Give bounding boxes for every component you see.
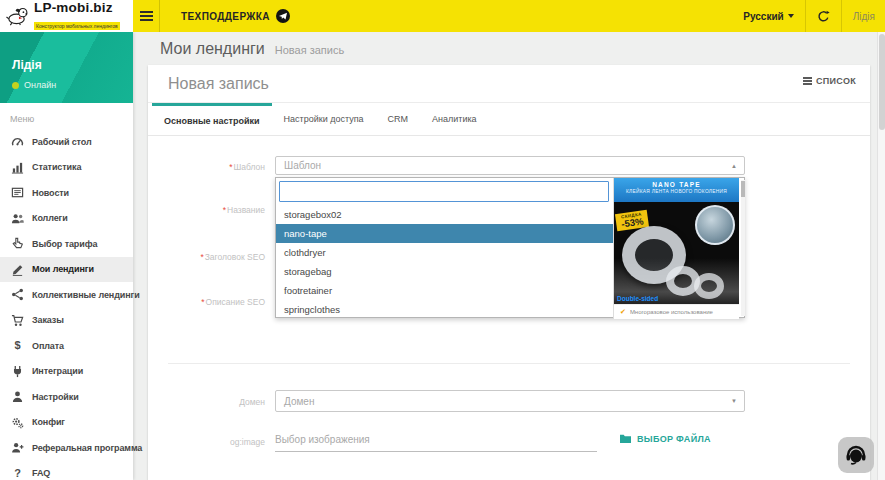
logo-title: LP-mobi.biz bbox=[34, 1, 120, 14]
tab-bar: Основные настройки Настройки доступа CRM… bbox=[148, 103, 870, 136]
bar-chart-icon bbox=[11, 161, 24, 174]
list-icon bbox=[803, 77, 812, 85]
option-footretainer[interactable]: footretainer bbox=[276, 281, 613, 300]
template-select[interactable]: Шаблон ▲ bbox=[275, 156, 745, 175]
folder-icon bbox=[619, 433, 632, 444]
option-clothdryer[interactable]: clothdryer bbox=[276, 243, 613, 262]
support-chat-button[interactable] bbox=[838, 437, 874, 473]
card-title: Новая запись bbox=[168, 75, 269, 93]
breadcrumb: Мои лендинги Новая запись bbox=[160, 40, 344, 58]
template-preview-image: NANO TAPE КЛЕЙКАЯ ЛЕНТА НОВОГО ПОКОЛЕНИЯ… bbox=[613, 178, 739, 319]
domain-select[interactable]: Домен ▼ bbox=[275, 390, 745, 412]
hamburger-menu-button[interactable] bbox=[133, 0, 159, 32]
sidebar-item-news[interactable]: Новости bbox=[0, 180, 133, 206]
user-icon bbox=[11, 390, 24, 403]
tab-access-settings[interactable]: Настройки доступа bbox=[272, 103, 376, 135]
language-selector[interactable]: Русский bbox=[743, 11, 793, 22]
scrollbar-thumb[interactable] bbox=[879, 34, 885, 130]
preview-inset-photo bbox=[695, 205, 735, 245]
tab-crm[interactable]: CRM bbox=[376, 103, 421, 135]
question-icon: ? bbox=[11, 467, 24, 480]
sidebar-item-my-landings[interactable]: Мои лендинги bbox=[0, 257, 133, 283]
seo-title-field-label: *Заголовок SEO bbox=[168, 252, 265, 262]
users-icon bbox=[11, 212, 24, 225]
share-icon bbox=[11, 288, 24, 301]
breadcrumb-title: Мои лендинги bbox=[160, 40, 265, 58]
telegram-icon bbox=[276, 9, 290, 23]
topbar: LP-mobi.biz Конструктор мобильных лендин… bbox=[0, 0, 885, 32]
page-scrollbar[interactable] bbox=[877, 32, 885, 480]
sidebar-item-config[interactable]: Конфиг bbox=[0, 410, 133, 436]
template-dropdown: storagebox02 nano-tape clothdryer storag… bbox=[275, 177, 745, 318]
option-storagebag[interactable]: storagebag bbox=[276, 262, 613, 281]
sidebar-username: Лідія bbox=[12, 58, 133, 72]
sidebar-item-integrations[interactable]: Интеграции bbox=[0, 359, 133, 385]
topbar-divider bbox=[841, 0, 842, 32]
sidebar-item-statistics[interactable]: Статистика bbox=[0, 155, 133, 181]
sidebar-item-faq[interactable]: ? FAQ bbox=[0, 461, 133, 480]
sidebar-item-settings[interactable]: Настройки bbox=[0, 384, 133, 410]
news-icon bbox=[11, 186, 24, 199]
name-field-label: *Название bbox=[168, 205, 265, 215]
option-storagebox02[interactable]: storagebox02 bbox=[276, 205, 613, 224]
sidebar-item-referral[interactable]: Реферальная программа bbox=[0, 435, 133, 461]
sidebar-item-tariff[interactable]: Выбор тарифа bbox=[0, 231, 133, 257]
domain-field-label: Домен bbox=[168, 397, 265, 407]
topbar-divider bbox=[159, 0, 160, 32]
sidebar-item-dashboard[interactable]: Рабочий стол bbox=[0, 129, 133, 155]
tab-analytics[interactable]: Аналитика bbox=[420, 103, 489, 135]
breadcrumb-current: Новая запись bbox=[275, 44, 344, 56]
preview-feature-row: ✔ Многоразовое использование bbox=[614, 304, 739, 319]
tape-roll-image bbox=[694, 273, 724, 299]
choose-file-button[interactable]: ВЫБОР ФАЙЛА bbox=[619, 433, 711, 444]
pencil-icon bbox=[11, 263, 24, 276]
support-label: ТЕХПОДДЕРЖКА bbox=[181, 11, 270, 22]
seo-description-field-label: *Описание SEO bbox=[168, 297, 265, 307]
dashboard-icon bbox=[11, 135, 24, 148]
sidebar-item-collective-landings[interactable]: Коллективные лендинги bbox=[0, 282, 133, 308]
dropdown-scrollbar[interactable] bbox=[741, 180, 745, 316]
chevron-down-icon bbox=[788, 14, 794, 18]
og-image-input[interactable] bbox=[275, 428, 597, 452]
sidebar-item-orders[interactable]: Заказы bbox=[0, 308, 133, 334]
logo[interactable]: LP-mobi.biz Конструктор мобильных лендин… bbox=[0, 0, 133, 32]
template-search-input[interactable] bbox=[279, 181, 609, 202]
user-plus-icon bbox=[11, 441, 24, 454]
topbar-divider bbox=[805, 0, 806, 32]
plug-icon bbox=[11, 365, 24, 378]
preview-product-photo: СКИДКА -53% Double-sided bbox=[614, 202, 739, 304]
tab-main-settings[interactable]: Основные настройки bbox=[152, 103, 272, 135]
gears-icon bbox=[11, 416, 24, 429]
headset-icon bbox=[844, 443, 868, 467]
template-options-list: storagebox02 nano-tape clothdryer storag… bbox=[276, 205, 613, 319]
list-button[interactable]: СПИСОК bbox=[803, 76, 856, 86]
new-record-card: Новая запись СПИСОК Основные настройки Н… bbox=[148, 65, 870, 480]
option-nano-tape[interactable]: nano-tape bbox=[276, 224, 613, 243]
cart-icon bbox=[11, 314, 24, 327]
sidebar: Лідія Онлайн Меню Рабочий стол Статистик… bbox=[0, 32, 133, 480]
option-springclothes[interactable]: springclothes bbox=[276, 300, 613, 319]
check-icon: ✔ bbox=[620, 308, 626, 316]
topbar-username[interactable]: Лідія bbox=[853, 11, 875, 22]
og-image-field-label: og:image bbox=[168, 437, 265, 447]
sidebar-item-colleagues[interactable]: Коллеги bbox=[0, 206, 133, 232]
logo-subtitle: Конструктор мобильных лендингов bbox=[34, 22, 120, 30]
sidebar-item-payment[interactable]: $ Оплата bbox=[0, 333, 133, 359]
online-status-label: Онлайн bbox=[24, 80, 56, 90]
online-status-dot bbox=[12, 82, 19, 89]
menu-section-label: Меню bbox=[10, 114, 133, 124]
chevron-down-icon: ▼ bbox=[731, 398, 737, 404]
refresh-icon[interactable] bbox=[817, 10, 830, 23]
preview-header: NANO TAPE КЛЕЙКАЯ ЛЕНТА НОВОГО ПОКОЛЕНИЯ bbox=[614, 178, 739, 202]
dollar-icon: $ bbox=[11, 339, 24, 352]
template-field-label: *Шаблон bbox=[168, 162, 265, 172]
chevron-up-icon: ▲ bbox=[731, 163, 737, 169]
sidebar-user-panel: Лідія Онлайн bbox=[0, 32, 133, 103]
form-section-divider bbox=[168, 363, 850, 364]
dog-logo-icon bbox=[6, 6, 29, 26]
language-label: Русский bbox=[743, 11, 783, 22]
support-link[interactable]: ТЕХПОДДЕРЖКА bbox=[181, 0, 290, 32]
hand-pointer-icon bbox=[11, 237, 24, 250]
